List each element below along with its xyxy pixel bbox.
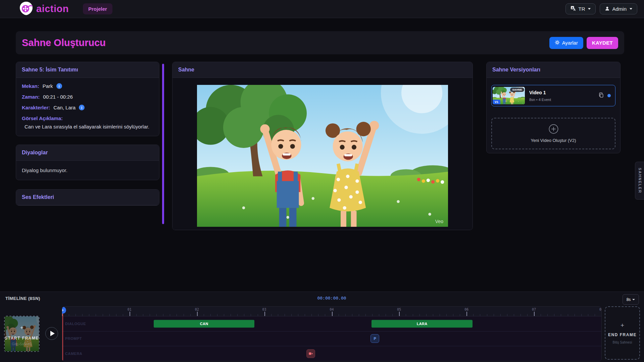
ruler-label: 04 [330, 308, 334, 311]
ruler-tick [433, 314, 433, 316]
timeline-clip-lara[interactable]: LARA [371, 320, 473, 327]
scene-info-title: Sahne 5: İsim Tanıtımı [22, 67, 78, 72]
ruler-label: 08 [599, 308, 602, 311]
settings-button[interactable]: Ayarlar [549, 37, 583, 49]
track-row-dialogue[interactable]: DIALOGUECANLARA [62, 316, 601, 331]
mekan-value: Park [43, 83, 53, 89]
zaman-label: Zaman: [22, 94, 40, 100]
scene-video-image [197, 85, 448, 227]
mekan-label: Mekan: [22, 83, 39, 89]
ruler-tick [554, 314, 554, 316]
duration-select[interactable]: 8s [623, 294, 639, 305]
track-row-camera[interactable]: CAMERA [62, 346, 601, 361]
play-button[interactable] [45, 327, 58, 340]
track-label: DIALOGUE [65, 322, 86, 326]
info-icon[interactable]: i [56, 83, 62, 89]
ruler-tick [466, 312, 467, 316]
ruler-tick [318, 314, 318, 316]
ruler-tick [271, 314, 271, 316]
svg-text:A: A [572, 6, 574, 9]
chevron-down-icon [632, 299, 635, 300]
ruler-label: 07 [532, 308, 536, 311]
ruler-tick [527, 314, 528, 316]
zaman-row: Zaman: 00:21 - 00:26 [22, 94, 153, 100]
brand-logo[interactable]: aiction [19, 1, 69, 17]
dialogs-title: Diyaloglar [22, 150, 48, 155]
ruler-tick [96, 314, 96, 316]
version-card-video-1[interactable]: SAHNE V1 Video 1 8sn • 4 Event [491, 85, 615, 106]
info-icon[interactable]: i [79, 105, 85, 110]
scenes-edge-tab[interactable]: SAHNELER [635, 162, 644, 200]
nav-right: A TR Admin [565, 3, 637, 14]
ruler-tick [136, 314, 137, 316]
prompt-marker[interactable]: P [370, 334, 379, 343]
ruler-label: 06 [464, 308, 468, 311]
karakterler-row: Karakterler: Can, Lara i [22, 105, 153, 110]
gear-icon [555, 40, 560, 46]
timeline-clip-can[interactable]: CAN [154, 320, 254, 327]
end-frame-slot[interactable]: + END FRAME Bitiş Sahnesi [605, 306, 640, 360]
navbar: aiction Projeler A TR [0, 0, 644, 18]
version-video-title: Video 1 [529, 90, 594, 95]
plus-circle-icon [549, 124, 558, 135]
track-label: PROMPT [65, 337, 82, 341]
start-frame-sublabel: Giriş Sahnesi [5, 342, 39, 346]
zaman-value: 00:21 - 00:26 [43, 94, 72, 100]
dialogs-panel: Diyaloglar Diyalog bulunmuyor. [16, 145, 159, 180]
ruler-tick [258, 314, 258, 316]
gorsel-label: Görsel Açıklama: [22, 115, 63, 121]
settings-label: Ayarlar [562, 40, 578, 46]
brand-name: aiction [36, 3, 69, 14]
copy-icon[interactable] [598, 92, 604, 99]
ruler-tick [103, 314, 103, 316]
plus-icon: + [5, 324, 39, 331]
left-column-scrollbar[interactable] [162, 64, 164, 224]
ruler-tick [440, 314, 440, 316]
karakterler-label: Karakterler: [22, 105, 50, 110]
ruler-tick [473, 314, 474, 316]
scenes-tab-label: SAHNELER [638, 168, 642, 194]
ruler-tick [89, 314, 89, 316]
end-frame-label: END FRAME [608, 332, 637, 337]
ruler-tick [365, 314, 366, 316]
ruler-tick [116, 314, 116, 316]
aiction-logo-icon [19, 1, 34, 17]
ruler-tick [372, 314, 373, 316]
chevron-down-icon [630, 8, 632, 10]
nav-projects-button[interactable]: Projeler [83, 3, 112, 14]
end-frame-sublabel: Bitiş Sahnesi [613, 341, 632, 344]
active-version-dot [607, 94, 611, 97]
ruler-tick [453, 314, 453, 316]
ruler-tick [291, 314, 292, 316]
new-video-button[interactable]: Yeni Video Oluştur (V2) [491, 118, 615, 149]
track-row-prompt[interactable]: PROMPTP [62, 331, 601, 347]
ruler-tick [278, 314, 278, 316]
language-dropdown[interactable]: A TR [565, 3, 596, 14]
user-label: Admin [612, 6, 627, 12]
save-button[interactable]: KAYDET [587, 37, 618, 49]
timeline-title: TİMELİNE (8SN) [5, 296, 40, 301]
user-dropdown[interactable]: Admin [600, 3, 637, 14]
ruler-tick [76, 314, 76, 316]
ruler-tick [345, 314, 346, 316]
timeline-ruler[interactable]: 0102030405060708 [62, 307, 601, 316]
ruler-tick [514, 314, 514, 316]
camera-marker[interactable] [306, 349, 315, 358]
ruler-tick [547, 314, 548, 316]
ruler-tick [197, 312, 198, 316]
ruler-tick [69, 314, 69, 316]
language-label: TR [578, 6, 585, 12]
ruler-tick [541, 314, 541, 316]
chevron-down-icon [588, 8, 591, 10]
ruler-tick [244, 314, 244, 316]
dialogs-empty-text: Diyalog bulunmuyor. [16, 161, 159, 180]
scene-video-preview[interactable]: Veo [197, 85, 448, 227]
version-badge: V1 [493, 100, 500, 104]
start-frame-slot[interactable]: + START FRAME Giriş Sahnesi [4, 316, 40, 352]
ruler-tick [204, 314, 204, 316]
version-video-meta: 8sn • 4 Event [529, 98, 594, 102]
ruler-tick [419, 314, 420, 316]
ruler-tick [210, 314, 211, 316]
timeline-tracks-container: 0102030405060708 DIALOGUECANLARAPROMPTPC… [62, 306, 602, 361]
scene-builder-app: aiction Projeler A TR [0, 0, 644, 362]
